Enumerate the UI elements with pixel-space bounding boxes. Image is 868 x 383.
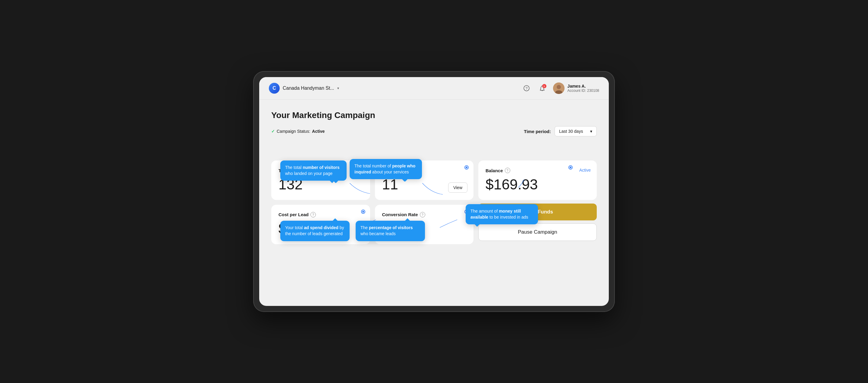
balance-info-icon[interactable]: ? <box>505 168 510 173</box>
campaign-status-label: Campaign Status: <box>277 129 310 134</box>
right-column: Balance ? $169.93 Active + Add Funds Pau… <box>478 161 597 244</box>
time-period-chevron: ▾ <box>590 129 592 134</box>
tooltip-leads-text: The total number of people who inquired … <box>354 164 415 174</box>
cards-container: The total number of visitors who landed … <box>271 161 597 244</box>
avatar <box>553 82 564 94</box>
account-id: Account ID: 230108 <box>567 89 599 93</box>
main-content: Your Marketing Campaign ✓ Campaign Statu… <box>259 100 609 255</box>
time-period-selector: Time period: Last 30 days ▾ <box>524 126 597 136</box>
brand-logo: C <box>269 83 280 94</box>
svg-text:?: ? <box>525 86 527 91</box>
time-period-label: Time period: <box>524 129 551 134</box>
cr-header: Conversion Rate ? <box>382 212 467 217</box>
status-check-icon: ✓ <box>271 129 275 134</box>
balance-active-badge: Active <box>579 168 591 173</box>
tablet-frame: C Canada Handyman St... ▾ ? 1 <box>253 71 615 312</box>
balance-card: Balance ? $169.93 Active <box>478 161 597 200</box>
time-period-selected: Last 30 days <box>559 129 583 134</box>
brand-name[interactable]: Canada Handyman St... <box>283 85 334 91</box>
user-name: James A. <box>567 84 599 89</box>
help-button[interactable]: ? <box>522 83 531 93</box>
cpl-header: Cost per Lead ? <box>278 212 363 217</box>
tooltip-cpl: Your total ad spend divided by the numbe… <box>280 221 350 241</box>
campaign-status: ✓ Campaign Status: Active <box>271 129 324 134</box>
cr-label: Conversion Rate <box>382 212 418 217</box>
campaign-status-value: Active <box>312 129 324 134</box>
tooltip-balance-text: The amount of money still available to b… <box>470 209 528 219</box>
notification-button[interactable]: 1 <box>537 83 547 93</box>
tooltip-cr: The percentage of visitors who became le… <box>355 221 425 241</box>
cr-info-icon[interactable]: ? <box>420 212 425 217</box>
tooltip-cr-text: The percentage of visitors who became le… <box>361 225 413 236</box>
page-title: Your Marketing Campaign <box>271 110 597 120</box>
tooltip-leads: The total number of people who inquired … <box>350 159 422 179</box>
cpl-info-icon[interactable]: ? <box>310 212 316 217</box>
user-details: James A. Account ID: 230108 <box>567 84 599 93</box>
header: C Canada Handyman St... ▾ ? 1 <box>259 77 609 100</box>
header-right: ? 1 <box>522 82 599 94</box>
tooltip-visits: The total number of visitors who landed … <box>280 161 347 181</box>
balance-value: $169.93 <box>486 177 590 193</box>
view-leads-button[interactable]: View <box>448 182 467 193</box>
tooltip-balance: The amount of money still available to b… <box>466 204 538 224</box>
pause-campaign-button[interactable]: Pause Campaign <box>478 223 597 241</box>
svg-point-3 <box>557 85 561 89</box>
balance-header: Balance ? <box>486 168 590 173</box>
balance-tooltip-anchor[interactable] <box>568 165 572 170</box>
tablet-screen: C Canada Handyman St... ▾ ? 1 <box>259 77 609 306</box>
time-period-dropdown[interactable]: Last 30 days ▾ <box>555 126 597 136</box>
notification-badge: 1 <box>542 84 547 88</box>
tooltip-cpl-text: Your total ad spend divided by the numbe… <box>285 225 344 236</box>
cpl-label: Cost per Lead <box>278 212 309 217</box>
user-info: James A. Account ID: 230108 <box>553 82 599 94</box>
cpl-tooltip-anchor[interactable] <box>361 210 365 214</box>
balance-label: Balance <box>486 168 503 173</box>
brand-dropdown-chevron[interactable]: ▾ <box>337 86 339 90</box>
tooltip-visits-text: The total number of visitors who landed … <box>285 165 340 176</box>
total-leads-tooltip-anchor[interactable] <box>464 165 469 170</box>
header-left: C Canada Handyman St... ▾ <box>269 83 339 94</box>
campaign-header: ✓ Campaign Status: Active Time period: L… <box>271 126 597 136</box>
